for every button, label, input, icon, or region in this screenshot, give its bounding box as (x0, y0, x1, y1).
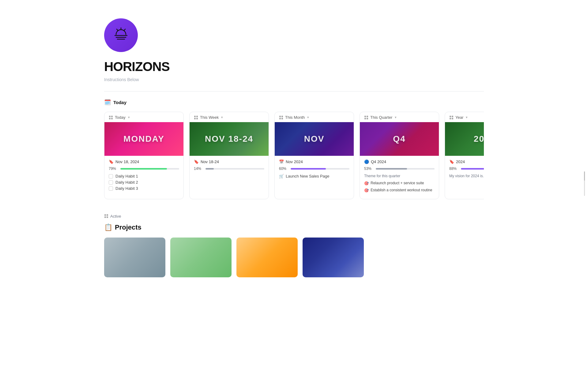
date-icon: 🔖 (194, 159, 199, 164)
card-header-bar[interactable]: This Week ▾ (190, 112, 269, 122)
svg-rect-12 (194, 118, 196, 119)
svg-rect-10 (194, 116, 196, 117)
today-section-header: 🗓️ Today (104, 99, 484, 106)
habit-checkbox-0[interactable] (109, 174, 113, 178)
habit-label-0: Daily Habit 1 (115, 174, 138, 178)
goal-row-0: 🎯 Relaunch product + service suite (364, 181, 435, 186)
project-img (303, 238, 364, 277)
card-body: 🔖 Nov 18-24 14% (190, 156, 269, 178)
svg-rect-29 (107, 216, 108, 218)
vision-text: My vision for 2024 is... (449, 174, 484, 178)
cards-row: Today ▾ MONDAY 🔖 Nov 18, 2024 79% Daily … (104, 112, 484, 202)
card-year[interactable]: Year ▾ 2024 🔖 2024 88% My vision for 202… (445, 112, 484, 199)
projects-cards-row (104, 238, 484, 277)
goal-icon: 🎯 (364, 188, 369, 193)
card-date-row: 🔖 2024 (449, 159, 484, 164)
svg-rect-6 (109, 116, 111, 117)
progress-row: 79% (109, 167, 179, 171)
card-this-quarter[interactable]: This Quarter ▾ Q4 🔵 Q4 2024 53% Theme fo… (360, 112, 439, 199)
card-img-text: NOV 18-24 (205, 134, 253, 144)
progress-bar-bg (120, 168, 179, 170)
date-icon: 🔵 (364, 159, 369, 164)
date-label: Nov 18-24 (201, 159, 219, 164)
project-img (104, 238, 165, 277)
card-image: Q4 (360, 122, 439, 156)
project-card-2[interactable] (236, 238, 298, 277)
card-body: 🔵 Q4 2024 53% Theme for this quarter 🎯 R… (360, 156, 439, 199)
date-label: Nov 2024 (286, 159, 303, 164)
svg-rect-28 (104, 216, 106, 218)
card-date-row: 🔖 Nov 18-24 (194, 159, 264, 164)
scrollbar-indicator[interactable] (584, 171, 585, 196)
svg-rect-24 (450, 118, 451, 119)
today-section-label: Today (113, 100, 126, 105)
active-header[interactable]: Active (104, 214, 484, 219)
progress-pct: 60% (279, 167, 288, 171)
svg-rect-22 (450, 116, 451, 117)
svg-rect-19 (367, 116, 368, 117)
progress-row: 53% (364, 167, 435, 171)
goal-text: Relaunch product + service suite (371, 181, 424, 186)
svg-rect-18 (364, 116, 366, 117)
today-emoji: 🗓️ (104, 99, 111, 106)
svg-rect-16 (279, 118, 281, 119)
svg-rect-23 (452, 116, 453, 117)
progress-bar-fill (120, 168, 167, 170)
card-img-text: Q4 (393, 134, 405, 144)
project-card-1[interactable] (170, 238, 232, 277)
project-card-3[interactable] (303, 238, 364, 277)
project-card-0[interactable] (104, 238, 165, 277)
date-label: Q4 2024 (371, 159, 386, 164)
progress-bar-fill (461, 168, 484, 170)
projects-emoji: 📋 (104, 223, 112, 231)
card-image: NOV 18-24 (190, 122, 269, 156)
card-header-label: This Quarter (370, 115, 392, 120)
page-title: HORIZONS (104, 59, 484, 74)
svg-line-2 (117, 29, 118, 31)
svg-rect-15 (281, 116, 283, 117)
chevron-down-icon: ▾ (128, 115, 130, 119)
svg-rect-17 (281, 118, 283, 119)
date-label: Nov 18, 2024 (115, 159, 139, 164)
scrollbar-thumb (584, 171, 585, 181)
active-label: Active (110, 214, 121, 219)
progress-bar-fill (291, 168, 326, 170)
project-img (170, 238, 232, 277)
chevron-down-icon: ▾ (221, 115, 223, 119)
card-img-text: MONDAY (123, 134, 164, 144)
svg-rect-11 (196, 116, 198, 117)
tag-icon: 🛒 (279, 174, 284, 178)
card-this-month[interactable]: This Month ▾ NOV 📅 Nov 2024 60% 🛒 Launch… (274, 112, 354, 199)
card-header-label: This Month (285, 115, 305, 120)
svg-rect-21 (367, 118, 368, 119)
card-date-row: 📅 Nov 2024 (279, 159, 349, 164)
card-header-label: This Week (200, 115, 219, 120)
habit-row: Daily Habit 3 (109, 186, 179, 191)
habit-checkbox-2[interactable] (109, 186, 113, 191)
logo-circle (104, 18, 138, 52)
progress-row: 88% (449, 167, 484, 171)
page-subtitle: Instructions Below (104, 77, 484, 82)
svg-rect-13 (196, 118, 198, 119)
card-today[interactable]: Today ▾ MONDAY 🔖 Nov 18, 2024 79% Daily … (104, 112, 184, 199)
card-header-bar[interactable]: Year ▾ (445, 112, 484, 122)
habit-label-1: Daily Habit 2 (115, 180, 138, 185)
card-header-label: Today (115, 115, 126, 120)
page-container: HORIZONS Instructions Below 🗓️ Today Tod… (80, 0, 508, 290)
svg-rect-8 (109, 118, 111, 119)
progress-bar-bg (291, 168, 349, 170)
card-image: NOV (275, 122, 354, 156)
habit-label-2: Daily Habit 3 (115, 186, 138, 191)
progress-bar-bg (461, 168, 484, 170)
habit-row: Daily Habit 2 (109, 180, 179, 185)
progress-pct: 88% (449, 167, 458, 171)
date-icon: 📅 (279, 159, 284, 164)
card-img-text: 2024 (474, 134, 484, 144)
card-header-bar[interactable]: This Quarter ▾ (360, 112, 439, 122)
card-header-bar[interactable]: Today ▾ (104, 112, 183, 122)
progress-bar-bg (205, 168, 264, 170)
habit-checkbox-1[interactable] (109, 180, 113, 185)
card-body: 🔖 Nov 18, 2024 79% Daily Habit 1 Daily H… (104, 156, 183, 197)
card-header-bar[interactable]: This Month ▾ (275, 112, 354, 122)
card-this-week[interactable]: This Week ▾ NOV 18-24 🔖 Nov 18-24 14% (189, 112, 269, 199)
